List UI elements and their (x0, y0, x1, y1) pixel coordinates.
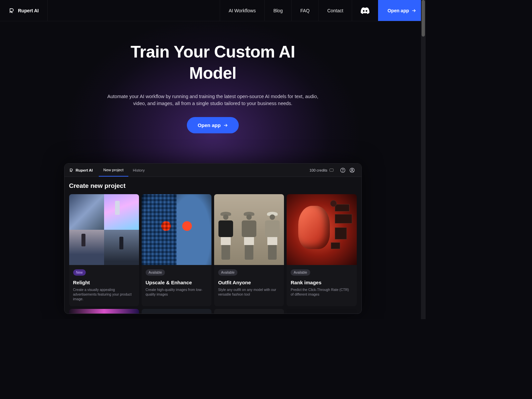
card-title: Relight (73, 280, 135, 285)
hero-section: Train Your Custom AI Model Automate your… (0, 21, 426, 133)
card-thumbnail (142, 194, 211, 265)
project-card-relight[interactable]: New Relight Create a visually appealing … (69, 194, 139, 306)
nav-spacer (48, 0, 219, 21)
app-brand[interactable]: Rupert AI (69, 168, 99, 173)
card-description: Style any outfit on any model with our v… (218, 287, 280, 297)
card-description: Create high-quality images from low-qual… (146, 287, 207, 297)
page-heading: Create new project (69, 182, 357, 190)
ticket-icon (330, 169, 333, 172)
app-topbar: Rupert AI New project History 100 credit… (65, 164, 361, 177)
nav-workflows[interactable]: AI Workflows (220, 0, 264, 21)
rupert-logo-icon (69, 168, 74, 173)
hero-open-app-button[interactable]: Open app (187, 117, 238, 133)
rupert-logo-icon (9, 7, 15, 14)
arrow-right-icon (223, 123, 228, 128)
app-brand-name: Rupert AI (76, 168, 93, 172)
tab-history[interactable]: History (128, 164, 150, 177)
svg-point-3 (342, 171, 343, 171)
page-scrollbar[interactable] (421, 0, 426, 319)
app-preview-panel: Rupert AI New project History 100 credit… (64, 163, 362, 314)
nav-open-app-button[interactable]: Open app (378, 0, 426, 21)
card-description: Create a visually appealing advertisemen… (73, 287, 135, 302)
status-badge: Available (146, 269, 165, 276)
account-button[interactable] (347, 168, 357, 173)
hero-cta-label: Open app (198, 122, 220, 128)
credits-text: 100 credits (310, 168, 328, 172)
nav-contact[interactable]: Contact (318, 0, 352, 21)
project-card-peek[interactable] (287, 309, 356, 314)
credits-display[interactable]: 100 credits (310, 168, 338, 172)
card-description: Predict the Click-Through Rate (CTR) of … (291, 287, 352, 297)
card-title: Outfit Anyone (218, 280, 280, 285)
card-title: Upscale & Enhance (146, 280, 207, 285)
status-badge: Available (291, 269, 310, 276)
project-card-upscale[interactable]: Available Upscale & Enhance Create high-… (142, 194, 211, 306)
nav-open-app-label: Open app (387, 8, 409, 13)
project-card-outfit[interactable]: Available Outfit Anyone Style any outfit… (214, 194, 284, 306)
svg-point-5 (351, 169, 353, 170)
hero-subtitle: Automate your AI workflow by running and… (106, 93, 319, 107)
project-card-peek[interactable] (69, 309, 139, 314)
help-button[interactable] (338, 168, 347, 173)
card-thumbnail (287, 194, 356, 265)
tab-new-project[interactable]: New project (99, 164, 128, 177)
project-card-peek[interactable] (214, 309, 284, 314)
discord-icon (361, 7, 369, 14)
project-grid-row-2 (69, 309, 357, 314)
project-card-peek[interactable] (142, 309, 211, 314)
scrollbar-thumb[interactable] (422, 0, 425, 37)
nav-faq[interactable]: FAQ (291, 0, 318, 21)
project-card-rank[interactable]: Available Rank images Predict the Click-… (287, 194, 356, 306)
status-badge: New (73, 269, 86, 276)
brand-name: Rupert AI (18, 8, 39, 13)
app-body: Create new project New Relight Create a … (65, 177, 361, 314)
card-title: Rank images (291, 280, 352, 285)
site-header: Rupert AI AI Workflows Blog FAQ Contact … (0, 0, 426, 21)
arrow-right-icon (412, 8, 416, 13)
status-badge: Available (218, 269, 237, 276)
hero-title: Train Your Custom AI Model (126, 41, 299, 84)
card-thumbnail (69, 194, 139, 265)
project-grid: New Relight Create a visually appealing … (69, 194, 357, 306)
nav-blog[interactable]: Blog (264, 0, 291, 21)
nav-discord[interactable] (352, 0, 378, 21)
user-circle-icon (349, 168, 355, 173)
card-thumbnail (214, 194, 284, 265)
help-circle-icon (340, 168, 345, 173)
brand-link[interactable]: Rupert AI (0, 0, 48, 21)
